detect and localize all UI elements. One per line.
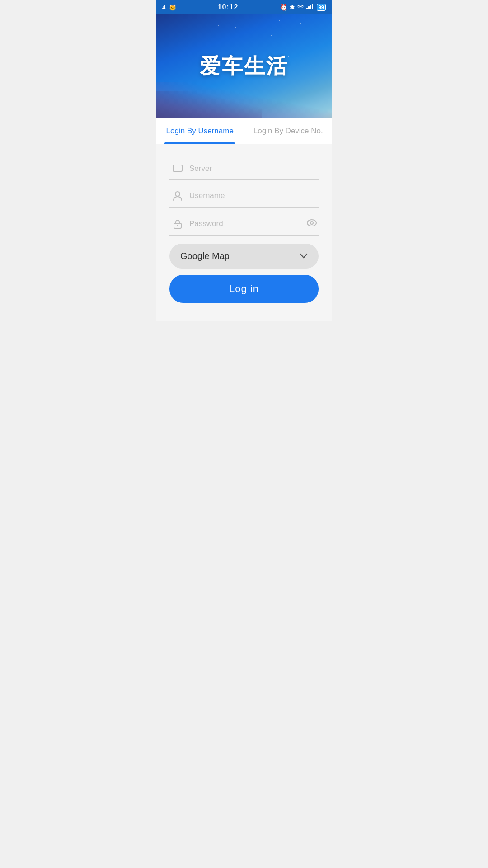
password-input[interactable] [186, 219, 305, 228]
svg-rect-2 [310, 5, 311, 9]
status-left-icons: 4 🐱 [162, 4, 176, 11]
svg-rect-5 [173, 165, 182, 171]
tab-username-label: Login By Username [166, 127, 234, 135]
user-icon [169, 191, 186, 201]
tab-device-label: Login By Device No. [253, 127, 323, 135]
chevron-down-icon [300, 251, 308, 261]
login-button[interactable]: Log in [169, 275, 319, 303]
tab-login-device[interactable]: Login By Device No. [244, 118, 333, 144]
hero-banner: 爱车生活 [156, 14, 332, 118]
alarm-icon: ⏰ [280, 4, 287, 11]
svg-rect-0 [306, 8, 308, 9]
tab-section: Login By Username Login By Device No. [156, 118, 332, 144]
map-dropdown[interactable]: Google Map [169, 244, 319, 269]
svg-rect-3 [312, 4, 313, 9]
status-bar: 4 🐱 10:12 ⏰ ✱ 99 [156, 0, 332, 14]
server-icon [169, 165, 186, 173]
battery-indicator: 99 [317, 4, 326, 11]
signal-icon [306, 4, 314, 11]
cat-icon: 🐱 [169, 4, 176, 11]
lock-icon [169, 219, 186, 229]
status-time: 10:12 [218, 3, 239, 11]
username-input[interactable] [186, 191, 319, 200]
form-section: Google Map Log in [156, 144, 332, 321]
password-input-group [169, 212, 319, 236]
bluetooth-icon: ✱ [290, 4, 295, 11]
username-input-group [169, 184, 319, 208]
svg-rect-1 [308, 6, 310, 9]
svg-point-8 [175, 192, 180, 196]
password-toggle-eye-icon[interactable] [305, 218, 319, 229]
svg-point-12 [310, 222, 313, 224]
wifi-icon [297, 4, 304, 11]
notification-badge: 4 [162, 4, 165, 11]
svg-rect-4 [314, 4, 314, 9]
app-title: 爱车生活 [200, 52, 288, 80]
svg-point-10 [177, 225, 178, 226]
server-input[interactable] [186, 164, 319, 173]
status-right-icons: ⏰ ✱ 99 [280, 4, 326, 11]
map-dropdown-label: Google Map [180, 251, 230, 261]
server-input-group [169, 158, 319, 180]
tab-login-username[interactable]: Login By Username [156, 118, 244, 144]
svg-point-11 [307, 220, 316, 226]
